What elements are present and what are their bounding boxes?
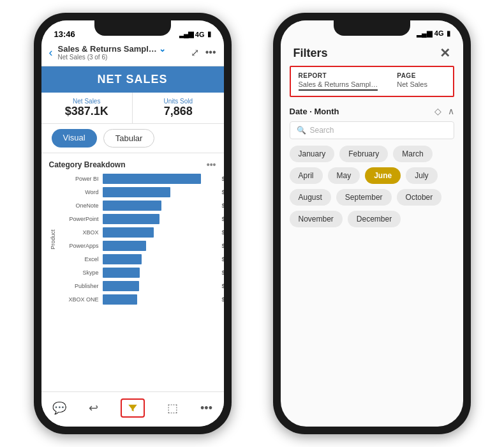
bar-label: Publisher <box>59 283 103 289</box>
bottom-nav: 💬 ↩ ⬚ ••• <box>41 391 224 427</box>
bar-value: $23K <box>221 241 223 251</box>
month-pill[interactable]: October <box>397 189 442 206</box>
month-pill[interactable]: June <box>365 167 401 184</box>
bar-track: $19K <box>103 281 219 291</box>
grid-nav-icon[interactable]: ⬚ <box>167 401 178 415</box>
filter-nav-icon[interactable] <box>121 398 145 418</box>
bar-row: XBOX ONE$18K <box>59 294 219 305</box>
bar-label: Word <box>59 189 103 195</box>
phone-screen-2: ▂▄▆ 4G ▮ Filters ✕ REPORT Sales & Return… <box>281 20 463 427</box>
phone-screen-1: 13:46 ▂▄▆ 4G ▮ ‹ Sales & Returns Sampl… … <box>41 20 224 427</box>
kpi-units-sold: Units Sold 7,868 <box>133 93 224 123</box>
phone-notch-2 <box>334 20 410 36</box>
bar-row: OneNote$31K <box>59 201 219 211</box>
bar-row: XBOX$27K <box>59 227 219 238</box>
search-placeholder: Search <box>310 126 334 135</box>
filter-section: Date · Month ◇ ∧ 🔍 Search JanuaryFebruar… <box>281 103 463 230</box>
bar-row: PowerApps$23K <box>59 241 219 251</box>
report-tab-value: Sales & Returns Sampl… <box>299 80 378 91</box>
filters-network: 4G <box>434 29 444 38</box>
bar-fill <box>103 174 202 184</box>
rp-row: REPORT Sales & Returns Sampl… PAGE Net S… <box>299 72 445 91</box>
bar-value: $20K <box>221 268 223 278</box>
month-pill[interactable]: August <box>290 189 331 206</box>
bar-track: $18K <box>103 294 219 305</box>
bar-label: Excel <box>59 256 103 262</box>
network-badge: 4G <box>195 31 205 38</box>
filters-title: Filters <box>293 47 328 60</box>
more-header-icon[interactable]: ••• <box>205 47 216 59</box>
undo-nav-icon[interactable]: ↩ <box>89 401 98 415</box>
phone-2: ▂▄▆ 4G ▮ Filters ✕ REPORT Sales & Return… <box>273 13 471 434</box>
month-pill[interactable]: March <box>393 146 432 162</box>
bar-track: $21K <box>103 254 219 264</box>
month-grid: JanuaryFebruaryMarchAprilMayJuneJulyAugu… <box>290 146 454 227</box>
bar-chart-container: Product Power BI$52KWord$36KOneNote$31KP… <box>54 174 224 305</box>
report-page-tabs: REPORT Sales & Returns Sampl… PAGE Net S… <box>290 66 454 97</box>
bar-fill <box>103 268 140 278</box>
bar-track: $20K <box>103 268 219 278</box>
page-tab-value: Net Sales <box>397 80 427 88</box>
phone-notch-1 <box>94 20 171 36</box>
time-display: 13:46 <box>54 29 75 39</box>
chart-section: Category Breakdown ••• Product Power BI$… <box>41 153 224 391</box>
collapse-filter-icon[interactable]: ∧ <box>448 106 454 116</box>
bar-row: Word$36K <box>59 187 219 197</box>
bar-row: PowerPoint$30K <box>59 214 219 224</box>
bar-row: Excel$21K <box>59 254 219 264</box>
bar-value: $19K <box>221 281 223 291</box>
month-pill[interactable]: July <box>406 167 437 184</box>
tab-tabular[interactable]: Tabular <box>103 129 155 148</box>
bar-track: $30K <box>103 214 219 224</box>
dropdown-icon[interactable]: ⌄ <box>159 44 166 54</box>
bar-label: PowerApps <box>59 243 103 249</box>
filter-svg-icon <box>127 402 138 414</box>
chat-nav-icon[interactable]: 💬 <box>52 401 66 415</box>
chart-title-row: Category Breakdown ••• <box>41 157 224 174</box>
month-pill[interactable]: May <box>328 167 360 184</box>
bar-value: $52K <box>221 174 223 184</box>
filter-section-header: Date · Month ◇ ∧ <box>290 106 454 116</box>
close-button[interactable]: ✕ <box>440 45 450 61</box>
bar-fill <box>103 201 162 211</box>
clear-filter-icon[interactable]: ◇ <box>434 106 441 116</box>
app-title: Sales & Returns Sampl… ⌄ <box>58 44 186 54</box>
bar-label: PowerPoint <box>59 216 103 222</box>
bar-value: $21K <box>221 254 223 264</box>
report-tab[interactable]: REPORT Sales & Returns Sampl… <box>299 72 378 91</box>
month-pill[interactable]: February <box>339 146 388 162</box>
header-icons: ⤢ ••• <box>191 47 216 59</box>
header-title-block: Sales & Returns Sampl… ⌄ Net Sales (3 of… <box>58 44 186 61</box>
expand-icon[interactable]: ⤢ <box>191 47 199 59</box>
month-pill[interactable]: January <box>290 146 335 162</box>
kpi-net-sales-value: $387.1K <box>49 105 125 118</box>
month-pill[interactable]: November <box>290 211 343 227</box>
month-pill[interactable]: December <box>348 211 401 227</box>
bar-track: $27K <box>103 227 219 238</box>
bar-chart: Power BI$52KWord$36KOneNote$31KPowerPoin… <box>54 174 224 305</box>
tabs-row: Visual Tabular <box>41 124 224 153</box>
status-right: ▂▄▆ 4G ▮ <box>179 30 211 38</box>
bar-track: $36K <box>103 187 219 197</box>
more-nav-icon[interactable]: ••• <box>200 402 212 415</box>
month-pill[interactable]: September <box>336 189 392 206</box>
chart-more-icon[interactable]: ••• <box>207 160 216 170</box>
month-pill[interactable]: April <box>290 167 323 184</box>
bar-value: $18K <box>221 294 223 305</box>
bar-value: $36K <box>221 187 223 197</box>
kpi-units-sold-label: Units Sold <box>140 98 216 105</box>
app-subtitle: Net Sales (3 of 6) <box>58 54 186 61</box>
page-tab[interactable]: PAGE Net Sales <box>397 72 427 91</box>
bar-value: $27K <box>221 227 223 238</box>
back-button[interactable]: ‹ <box>49 46 53 59</box>
page-tab-label: PAGE <box>397 72 427 79</box>
bar-fill <box>103 214 160 224</box>
bar-fill <box>103 187 171 197</box>
app-header: ‹ Sales & Returns Sampl… ⌄ Net Sales (3 … <box>41 42 224 66</box>
filter-search-box[interactable]: 🔍 Search <box>290 121 454 139</box>
filters-header: Filters ✕ <box>281 40 463 66</box>
battery-icon: ▮ <box>207 30 211 38</box>
tab-visual[interactable]: Visual <box>52 129 97 148</box>
bar-fill <box>103 241 146 251</box>
signal-bars-icon: ▂▄▆ <box>179 30 193 38</box>
